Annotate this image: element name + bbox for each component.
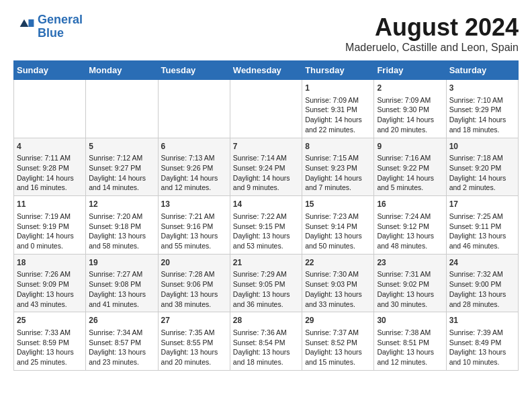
day-info: Sunrise: 7:25 AM Sunset: 9:11 PM Dayligh… [449,212,515,251]
calendar-cell: 30Sunrise: 7:38 AM Sunset: 8:51 PM Dayli… [374,312,446,371]
day-number: 5 [89,141,154,152]
calendar-cell: 8Sunrise: 7:15 AM Sunset: 9:23 PM Daylig… [302,138,374,196]
day-number: 11 [17,199,83,210]
day-info: Sunrise: 7:23 AM Sunset: 9:14 PM Dayligh… [305,212,371,251]
calendar-cell: 1Sunrise: 7:09 AM Sunset: 9:31 PM Daylig… [302,80,374,138]
logo-text: General Blue [38,13,83,40]
calendar-cell: 12Sunrise: 7:20 AM Sunset: 9:18 PM Dayli… [86,196,158,255]
calendar-cell: 19Sunrise: 7:27 AM Sunset: 9:08 PM Dayli… [86,254,158,312]
column-header-thursday: Thursday [302,61,374,80]
day-info: Sunrise: 7:13 AM Sunset: 9:26 PM Dayligh… [161,153,227,193]
column-header-sunday: Sunday [14,61,86,80]
day-number: 21 [233,257,299,269]
day-number: 31 [449,315,515,326]
calendar-cell [230,80,302,138]
calendar-cell [158,80,230,138]
calendar-cell: 13Sunrise: 7:21 AM Sunset: 9:16 PM Dayli… [158,196,230,255]
day-number: 16 [377,199,443,210]
calendar-cell: 20Sunrise: 7:28 AM Sunset: 9:06 PM Dayli… [158,254,230,312]
day-number: 27 [161,315,227,326]
day-number: 7 [233,141,299,152]
day-info: Sunrise: 7:11 AM Sunset: 9:28 PM Dayligh… [17,153,83,193]
day-info: Sunrise: 7:21 AM Sunset: 9:16 PM Dayligh… [161,212,227,251]
logo-icon [13,16,35,38]
day-number: 23 [377,257,443,269]
day-info: Sunrise: 7:22 AM Sunset: 9:15 PM Dayligh… [233,212,299,251]
calendar-cell: 24Sunrise: 7:32 AM Sunset: 9:00 PM Dayli… [446,254,518,312]
day-info: Sunrise: 7:20 AM Sunset: 9:18 PM Dayligh… [89,212,154,251]
day-info: Sunrise: 7:35 AM Sunset: 8:55 PM Dayligh… [161,328,227,367]
day-number: 17 [449,199,515,210]
calendar-cell: 17Sunrise: 7:25 AM Sunset: 9:11 PM Dayli… [446,196,518,255]
day-number: 12 [89,199,154,210]
day-number: 8 [305,141,371,152]
main-title: August 2024 [345,13,519,42]
day-number: 30 [377,315,443,326]
day-number: 13 [161,199,227,210]
day-number: 1 [305,83,371,94]
day-info: Sunrise: 7:10 AM Sunset: 9:29 PM Dayligh… [449,95,515,135]
calendar-cell: 5Sunrise: 7:12 AM Sunset: 9:27 PM Daylig… [86,138,158,196]
svg-marker-1 [20,19,29,27]
calendar-cell: 23Sunrise: 7:31 AM Sunset: 9:02 PM Dayli… [374,254,446,312]
day-info: Sunrise: 7:33 AM Sunset: 8:59 PM Dayligh… [17,328,83,367]
day-number: 19 [89,257,154,269]
day-info: Sunrise: 7:34 AM Sunset: 8:57 PM Dayligh… [89,328,154,367]
calendar-cell: 29Sunrise: 7:37 AM Sunset: 8:52 PM Dayli… [302,312,374,371]
calendar-cell: 3Sunrise: 7:10 AM Sunset: 9:29 PM Daylig… [446,80,518,138]
day-number: 4 [17,141,83,152]
column-header-monday: Monday [86,61,158,80]
day-info: Sunrise: 7:31 AM Sunset: 9:02 PM Dayligh… [377,269,443,309]
calendar-cell: 27Sunrise: 7:35 AM Sunset: 8:55 PM Dayli… [158,312,230,371]
day-info: Sunrise: 7:15 AM Sunset: 9:23 PM Dayligh… [305,153,371,193]
day-number: 10 [449,141,515,152]
day-info: Sunrise: 7:18 AM Sunset: 9:20 PM Dayligh… [449,153,515,193]
calendar-week-row: 18Sunrise: 7:26 AM Sunset: 9:09 PM Dayli… [14,254,519,312]
day-info: Sunrise: 7:38 AM Sunset: 8:51 PM Dayligh… [377,328,443,367]
day-info: Sunrise: 7:28 AM Sunset: 9:06 PM Dayligh… [161,269,227,309]
calendar-cell: 15Sunrise: 7:23 AM Sunset: 9:14 PM Dayli… [302,196,374,255]
day-info: Sunrise: 7:24 AM Sunset: 9:12 PM Dayligh… [377,212,443,251]
day-info: Sunrise: 7:27 AM Sunset: 9:08 PM Dayligh… [89,269,154,309]
day-number: 2 [377,83,443,94]
day-number: 3 [449,83,515,94]
calendar-week-row: 11Sunrise: 7:19 AM Sunset: 9:19 PM Dayli… [14,196,519,255]
calendar-cell: 28Sunrise: 7:36 AM Sunset: 8:54 PM Dayli… [230,312,302,371]
calendar-cell: 6Sunrise: 7:13 AM Sunset: 9:26 PM Daylig… [158,138,230,196]
day-info: Sunrise: 7:09 AM Sunset: 9:30 PM Dayligh… [377,95,443,135]
calendar-cell: 14Sunrise: 7:22 AM Sunset: 9:15 PM Dayli… [230,196,302,255]
column-header-wednesday: Wednesday [230,61,302,80]
calendar-cell: 22Sunrise: 7:30 AM Sunset: 9:03 PM Dayli… [302,254,374,312]
calendar-cell: 11Sunrise: 7:19 AM Sunset: 9:19 PM Dayli… [14,196,86,255]
day-info: Sunrise: 7:39 AM Sunset: 8:49 PM Dayligh… [449,328,515,367]
day-number: 9 [377,141,443,152]
day-info: Sunrise: 7:29 AM Sunset: 9:05 PM Dayligh… [233,269,299,309]
day-number: 6 [161,141,227,152]
calendar-cell: 10Sunrise: 7:18 AM Sunset: 9:20 PM Dayli… [446,138,518,196]
title-block: August 2024 Maderuelo, Castille and Leon… [345,13,519,54]
day-number: 15 [305,199,371,210]
day-number: 26 [89,315,154,326]
subtitle: Maderuelo, Castille and Leon, Spain [345,42,519,54]
day-info: Sunrise: 7:37 AM Sunset: 8:52 PM Dayligh… [305,328,371,367]
calendar-cell: 2Sunrise: 7:09 AM Sunset: 9:30 PM Daylig… [374,80,446,138]
calendar-table: SundayMondayTuesdayWednesdayThursdayFrid… [13,60,519,371]
day-number: 28 [233,315,299,326]
calendar-cell: 9Sunrise: 7:16 AM Sunset: 9:22 PM Daylig… [374,138,446,196]
calendar-cell [14,80,86,138]
calendar-cell: 7Sunrise: 7:14 AM Sunset: 9:24 PM Daylig… [230,138,302,196]
day-info: Sunrise: 7:19 AM Sunset: 9:19 PM Dayligh… [17,212,83,251]
day-info: Sunrise: 7:26 AM Sunset: 9:09 PM Dayligh… [17,269,83,309]
calendar-cell: 21Sunrise: 7:29 AM Sunset: 9:05 PM Dayli… [230,254,302,312]
calendar-week-row: 1Sunrise: 7:09 AM Sunset: 9:31 PM Daylig… [14,80,519,138]
day-info: Sunrise: 7:36 AM Sunset: 8:54 PM Dayligh… [233,328,299,367]
calendar-cell: 31Sunrise: 7:39 AM Sunset: 8:49 PM Dayli… [446,312,518,371]
calendar-cell: 25Sunrise: 7:33 AM Sunset: 8:59 PM Dayli… [14,312,86,371]
day-number: 29 [305,315,371,326]
day-info: Sunrise: 7:09 AM Sunset: 9:31 PM Dayligh… [305,95,371,135]
logo: General Blue [13,13,83,40]
page-header: General Blue August 2024 Maderuelo, Cast… [13,13,519,54]
column-header-saturday: Saturday [446,61,518,80]
day-info: Sunrise: 7:12 AM Sunset: 9:27 PM Dayligh… [89,153,154,193]
day-number: 18 [17,257,83,269]
